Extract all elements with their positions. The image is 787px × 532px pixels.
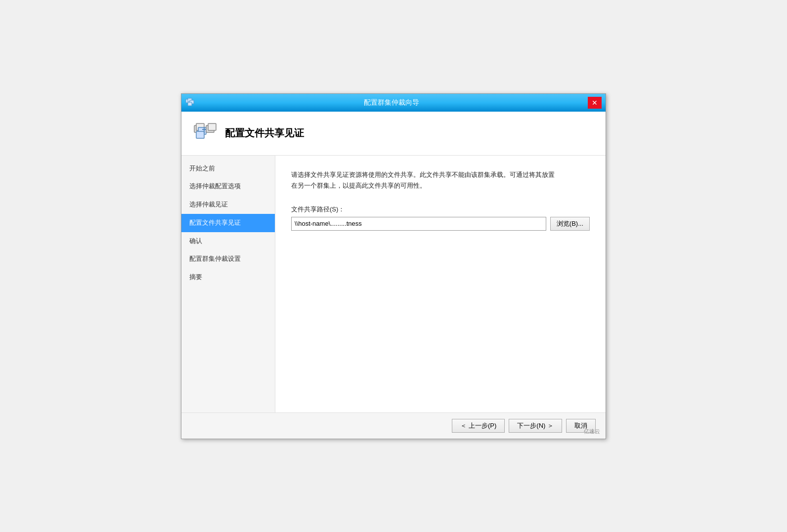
page-title: 配置文件共享见证 [225,126,304,140]
title-bar: 配置群集仲裁向导 ✕ [181,94,606,112]
prev-button[interactable]: ＜ 上一步(P) [452,419,505,433]
sidebar-item-6[interactable]: 摘要 [181,268,275,286]
title-bar-icon [185,98,195,108]
path-field-row: 浏览(B)... [291,217,590,231]
wizard-content: 请选择文件共享见证资源将使用的文件共享。此文件共享不能由该群集承载。可通过将其放… [275,156,606,412]
svg-rect-7 [196,131,204,138]
description-text: 请选择文件共享见证资源将使用的文件共享。此文件共享不能由该群集承载。可通过将其放… [291,169,590,191]
close-button[interactable]: ✕ [588,97,602,109]
sidebar-item-3[interactable]: 配置文件共享见证 [181,214,275,232]
sidebar-item-0[interactable]: 开始之前 [181,160,275,178]
next-button[interactable]: 下一步(N) ＞ [509,419,562,433]
path-input[interactable] [291,217,546,231]
sidebar-item-1[interactable]: 选择仲裁配置选项 [181,177,275,196]
sidebar: 开始之前 选择仲裁配置选项 选择仲裁见证 配置文件共享见证 确认 配置群集仲裁设… [181,156,275,412]
svg-rect-3 [188,102,192,106]
watermark: 亿速云 [584,428,600,435]
svg-rect-9 [208,123,216,130]
wizard-footer: ＜ 上一步(P) 下一步(N) ＞ 取消 [181,412,606,439]
sidebar-item-4[interactable]: 确认 [181,232,275,250]
sidebar-item-2[interactable]: 选择仲裁见证 [181,196,275,214]
sidebar-item-5[interactable]: 配置群集仲裁设置 [181,250,275,268]
wizard-body: 开始之前 选择仲裁配置选项 选择仲裁见证 配置文件共享见证 确认 配置群集仲裁设… [181,156,606,412]
wizard-header: 配置文件共享见证 [181,112,606,156]
title-bar-title: 配置群集仲裁向导 [195,98,588,107]
header-icon [193,122,217,145]
wizard-window: 配置群集仲裁向导 ✕ 配置文件共享见证 [181,93,606,439]
browse-button[interactable]: 浏览(B)... [550,217,590,231]
path-label: 文件共享路径(S)： [291,205,590,214]
